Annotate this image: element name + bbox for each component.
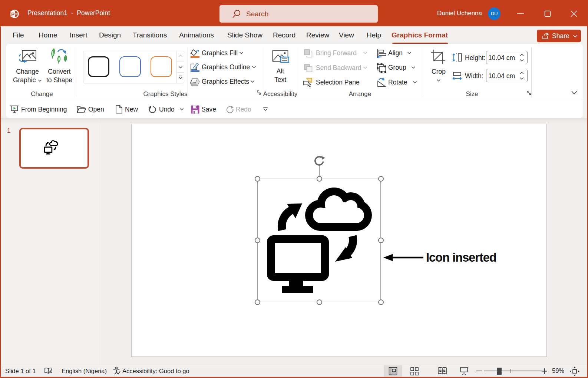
- svg-text:P: P: [11, 11, 14, 17]
